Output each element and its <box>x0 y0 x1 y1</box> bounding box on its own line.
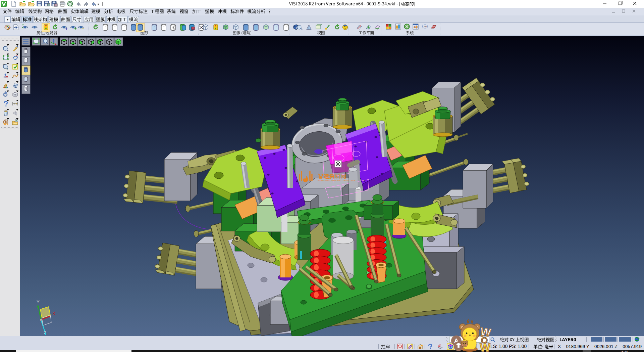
svg-text:Y: Y <box>37 299 40 304</box>
svg-text:+: + <box>297 24 299 27</box>
svg-text:Z: Z <box>44 330 46 335</box>
svg-text:INTELLIGENT MANUFACTURING DATA: INTELLIGENT MANUFACTURING DATA <box>318 179 355 181</box>
svg-text:W: W <box>480 341 491 352</box>
svg-text:X = 0180.969 Y = 0026.001 Z =: X = 0180.969 Y = 0026.001 Z = 0057.919 <box>558 344 642 349</box>
svg-text:X: X <box>52 311 55 316</box>
